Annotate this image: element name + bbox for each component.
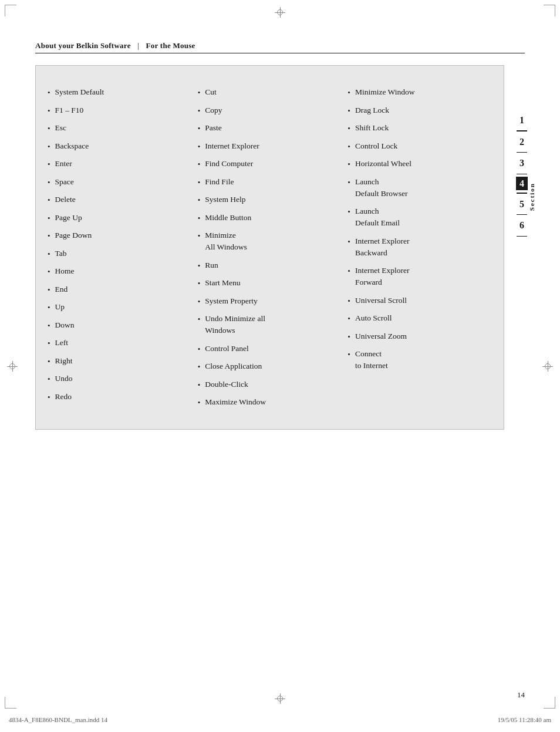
list-column-1: •System Default •F1 – F10 •Esc •Backspac… xyxy=(48,83,192,411)
list-item: •Up xyxy=(48,298,192,316)
bullet: • xyxy=(48,302,50,313)
item-text: Connectto Internet xyxy=(355,348,388,372)
bullet: • xyxy=(48,194,50,206)
item-text: Minimize Window xyxy=(355,86,415,98)
bullet: • xyxy=(48,266,50,278)
bullet: • xyxy=(348,177,350,188)
bullet: • xyxy=(348,313,350,325)
section-num-5: 5 xyxy=(519,196,524,212)
bullet: • xyxy=(198,343,201,355)
bullet: • xyxy=(348,87,350,99)
list-item: •Page Up xyxy=(48,209,192,227)
bullet: • xyxy=(198,177,201,188)
item-text: Delete xyxy=(55,194,76,205)
section-num-1: 1 xyxy=(519,112,524,128)
list-item: •Internet ExplorerForward xyxy=(348,262,492,292)
item-text: Home xyxy=(55,265,75,277)
list-item: •System Property xyxy=(198,292,342,311)
list-item: •Esc xyxy=(48,119,192,137)
bullet: • xyxy=(48,141,50,153)
main-content: •System Default •F1 – F10 •Esc •Backspac… xyxy=(0,65,560,430)
bullet: • xyxy=(348,236,350,248)
list-item: •Horizontal Wheel xyxy=(348,155,492,173)
list-item: •Delete xyxy=(48,191,192,209)
header-separator: | xyxy=(137,41,139,50)
bullet: • xyxy=(48,356,50,367)
bullet: • xyxy=(348,265,350,277)
item-text: Close Application xyxy=(205,360,262,372)
list-item: •Run xyxy=(198,257,342,275)
list-item: •LaunchDefault Browser xyxy=(348,173,492,203)
page-container: About your Belkin Software | For the Mou… xyxy=(0,0,560,732)
header-title-regular: For the Mouse xyxy=(146,41,195,50)
item-text: Drag Lock xyxy=(355,104,389,116)
file-footer: 4834-A_F8E860-BNDL_man.indd 14 19/5/05 1… xyxy=(0,716,560,723)
item-text: Left xyxy=(55,337,69,349)
item-text: Paste xyxy=(205,122,222,134)
bullet: • xyxy=(198,296,201,308)
section-num-3: 3 xyxy=(519,155,524,171)
bullet: • xyxy=(48,338,50,349)
list-item: •Right xyxy=(48,352,192,370)
list-item: •LaunchDefault Email xyxy=(348,203,492,232)
list-item: •End xyxy=(48,281,192,299)
item-text: Universal Scroll xyxy=(355,295,407,306)
bullet: • xyxy=(48,373,50,385)
list-item: •Connectto Internet xyxy=(348,345,492,375)
item-text: Start Menu xyxy=(205,277,240,289)
list-item: •Maximize Window xyxy=(198,393,342,411)
reg-mark-top-right xyxy=(544,5,555,16)
item-text: System Property xyxy=(205,295,258,307)
section-label: Section xyxy=(528,183,535,211)
item-text: Middle Button xyxy=(205,212,251,224)
bullet: • xyxy=(348,349,350,360)
bullet: • xyxy=(48,105,50,117)
item-text: Right xyxy=(55,355,73,367)
bullet: • xyxy=(198,141,201,153)
item-text: Maximize Window xyxy=(205,396,266,408)
list-item: •Backspace xyxy=(48,137,192,156)
list-item: •Internet Explorer xyxy=(198,137,342,156)
list-item: •Start Menu xyxy=(198,274,342,292)
list-item: •Control Lock xyxy=(348,137,492,156)
item-text: Space xyxy=(55,176,74,188)
list-item: •F1 – F10 xyxy=(48,102,192,120)
item-text: System Default xyxy=(55,86,104,98)
file-info-right: 19/5/05 11:28:40 am xyxy=(498,716,551,723)
section-sidebar: 1 2 3 4 5 6 Section xyxy=(504,65,537,430)
bullet: • xyxy=(48,212,50,224)
item-text: Auto Scroll xyxy=(355,312,392,324)
item-text: Run xyxy=(205,259,218,271)
reg-mark-bottom-right xyxy=(544,697,555,709)
list-column-2: •Cut •Copy •Paste •Internet Explorer •Fi… xyxy=(198,83,342,411)
list-item: •Minimize Window xyxy=(348,83,492,102)
bullet: • xyxy=(198,230,201,242)
list-item: •Double-Click xyxy=(198,376,342,394)
bullet: • xyxy=(198,278,201,289)
bullet: • xyxy=(48,248,50,260)
crosshair-left xyxy=(7,361,18,372)
bullet: • xyxy=(198,260,201,272)
section-num-2: 2 xyxy=(519,134,524,150)
list-item: •Page Down xyxy=(48,227,192,245)
bullet: • xyxy=(348,331,350,343)
item-text: Page Down xyxy=(55,230,92,241)
item-text: Redo xyxy=(55,391,72,403)
item-text: Page Up xyxy=(55,212,82,224)
item-text: Up xyxy=(55,301,65,313)
item-text: End xyxy=(55,284,68,295)
bullet: • xyxy=(198,105,201,117)
bullet: • xyxy=(348,158,350,170)
item-text: Down xyxy=(55,319,75,331)
bullet: • xyxy=(348,123,350,134)
list-item: •Enter xyxy=(48,155,192,173)
item-text: F1 – F10 xyxy=(55,104,84,116)
item-text: Enter xyxy=(55,158,72,170)
item-text: Find Computer xyxy=(205,158,253,170)
bullet: • xyxy=(348,206,350,218)
item-text: Internet ExplorerForward xyxy=(355,265,410,289)
item-text: System Help xyxy=(205,194,245,205)
list-item: •Drag Lock xyxy=(348,102,492,120)
list-column-3: •Minimize Window •Drag Lock •Shift Lock … xyxy=(348,83,492,411)
item-text: LaunchDefault Browser xyxy=(355,176,408,200)
